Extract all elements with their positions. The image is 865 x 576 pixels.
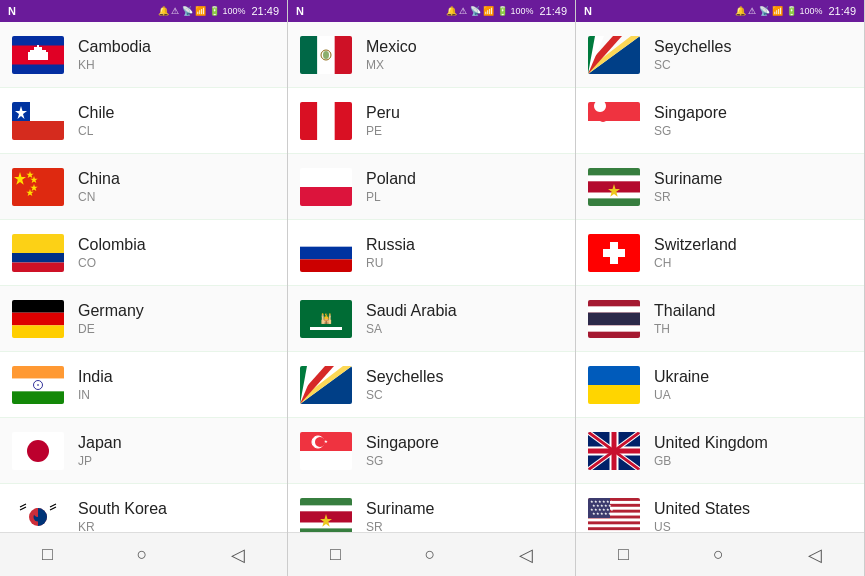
country-code: JP (78, 454, 122, 468)
country-info: Japan JP (78, 433, 122, 469)
list-item[interactable]: Thailand TH (576, 286, 864, 352)
svg-rect-58 (300, 259, 352, 272)
list-item[interactable]: Seychelles SC (576, 22, 864, 88)
list-item[interactable]: Mexico MX (288, 22, 575, 88)
svg-rect-90 (588, 198, 640, 206)
time: 21:49 (828, 5, 856, 17)
svg-rect-70 (300, 498, 352, 506)
country-name: Singapore (366, 433, 439, 454)
nav-back[interactable]: ◁ (808, 544, 822, 566)
list-item[interactable]: Suriname SR (288, 484, 575, 532)
country-name: Switzerland (654, 235, 737, 256)
country-info: South Korea KR (78, 499, 167, 532)
flag-india (12, 366, 64, 404)
country-code: TH (654, 322, 715, 336)
list-item[interactable]: Singapore SG (576, 88, 864, 154)
list-item[interactable]: India IN (0, 352, 287, 418)
list-item[interactable]: Singapore SG (288, 418, 575, 484)
country-name: Cambodia (78, 37, 151, 58)
status-bar-3: N 🔔 ⚠ 📡 📶 🔋 100% 21:49 (576, 0, 864, 22)
country-code: CH (654, 256, 737, 270)
panel-3: N 🔔 ⚠ 📡 📶 🔋 100% 21:49 Seychelles SC (576, 0, 865, 576)
country-info: United Kingdom GB (654, 433, 768, 469)
svg-rect-17 (12, 234, 64, 253)
country-name: Seychelles (366, 367, 443, 388)
svg-rect-115 (588, 524, 640, 527)
country-list-1: Cambodia KH Chile CL (0, 22, 287, 532)
list-item[interactable]: Cambodia KH (0, 22, 287, 88)
list-item[interactable]: South Korea KR (0, 484, 287, 532)
svg-point-29 (27, 440, 49, 462)
list-item[interactable]: Ukraine UA (576, 352, 864, 418)
list-item[interactable]: Colombia CO (0, 220, 287, 286)
nav-square[interactable]: □ (42, 544, 53, 565)
svg-rect-8 (12, 121, 64, 140)
status-bar-1: N 🔔 ⚠ 📡 📶 🔋 100% 21:49 (0, 0, 287, 22)
list-item[interactable]: Poland PL (288, 154, 575, 220)
status-left-1: N (8, 5, 16, 17)
svg-rect-56 (300, 234, 352, 247)
country-info: Seychelles SC (366, 367, 443, 403)
flag-switzerland2 (588, 234, 640, 272)
svg-rect-94 (603, 249, 625, 257)
list-item[interactable]: Switzerland CH (576, 220, 864, 286)
nav-back[interactable]: ◁ (519, 544, 533, 566)
list-item[interactable]: Russia RU (288, 220, 575, 286)
svg-rect-53 (335, 102, 352, 140)
svg-rect-20 (12, 300, 64, 313)
flag-seychelles2 (588, 36, 640, 74)
country-name: Singapore (654, 103, 727, 124)
country-name: Colombia (78, 235, 146, 256)
svg-rect-5 (28, 52, 30, 60)
panel-1: N 🔔 ⚠ 📡 📶 🔋 100% 21:49 (0, 0, 288, 576)
nav-square[interactable]: □ (330, 544, 341, 565)
svg-rect-99 (588, 366, 640, 385)
country-info: Switzerland CH (654, 235, 737, 271)
flag-germany (12, 300, 64, 338)
svg-text:★★★★★: ★★★★★ (592, 511, 612, 516)
nav-circle[interactable]: ○ (425, 544, 436, 565)
country-code: PL (366, 190, 416, 204)
country-code: DE (78, 322, 144, 336)
nav-back[interactable]: ◁ (231, 544, 245, 566)
list-item[interactable]: Seychelles SC (288, 352, 575, 418)
svg-rect-22 (12, 325, 64, 338)
nav-circle[interactable]: ○ (713, 544, 724, 565)
list-item[interactable]: Chile CL (0, 88, 287, 154)
svg-point-50 (323, 51, 329, 59)
nav-circle[interactable]: ○ (137, 544, 148, 565)
list-item[interactable]: United Kingdom GB (576, 418, 864, 484)
list-item[interactable]: 🕌 Saudi Arabia SA (288, 286, 575, 352)
list-item[interactable]: Suriname SR (576, 154, 864, 220)
nav-square[interactable]: □ (618, 544, 629, 565)
country-code: SR (366, 520, 434, 532)
country-code: CL (78, 124, 114, 138)
svg-rect-85 (588, 121, 640, 140)
svg-rect-61 (310, 327, 342, 330)
flag-china (12, 168, 64, 206)
svg-rect-48 (335, 36, 352, 74)
country-info: Mexico MX (366, 37, 417, 73)
svg-rect-96 (588, 306, 640, 312)
list-item[interactable]: Germany DE (0, 286, 287, 352)
country-name: South Korea (78, 499, 167, 520)
list-item[interactable]: China CN (0, 154, 287, 220)
country-code: KH (78, 58, 151, 72)
status-left-3: N (584, 5, 592, 17)
country-list-2: Mexico MX Peru PE (288, 22, 575, 532)
country-info: Singapore SG (654, 103, 727, 139)
country-info: India IN (78, 367, 113, 403)
country-name: Saudi Arabia (366, 301, 457, 322)
list-item[interactable]: ★★★★★★ ★★★★★ ★★★★★★ ★★★★★ United States … (576, 484, 864, 532)
flag-saudiarabia: 🕌 (300, 300, 352, 338)
list-item[interactable]: Japan JP (0, 418, 287, 484)
country-name: Russia (366, 235, 415, 256)
country-info: Cambodia KH (78, 37, 151, 73)
notification-icon: N (584, 5, 592, 17)
panel-2: N 🔔 ⚠ 📡 📶 🔋 100% 21:49 Mexico MX (288, 0, 576, 576)
svg-rect-25 (12, 391, 64, 404)
flag-mexico (300, 36, 352, 74)
svg-rect-100 (588, 385, 640, 404)
list-item[interactable]: Peru PE (288, 88, 575, 154)
status-icons: 🔔 ⚠ 📡 📶 🔋 100% (446, 6, 534, 16)
